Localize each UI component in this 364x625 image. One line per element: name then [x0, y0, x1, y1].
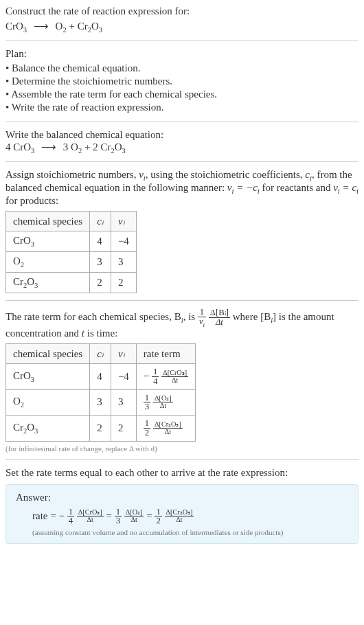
answer-box: Answer: rate = − 14 Δ[CrO₃]Δt = 13 Δ[O₂]… — [5, 484, 359, 545]
final-section: Set the rate terms equal to each other t… — [5, 467, 359, 552]
cell-species: O2 — [6, 252, 90, 273]
table-row: O2 3 3 — [6, 252, 137, 273]
unbalanced-equation: CrO3 ⟶ O2 + Cr2O3 — [5, 20, 359, 34]
stoich-section: Assign stoichiometric numbers, νi, using… — [5, 169, 359, 301]
col-nui: νᵢ — [111, 212, 136, 231]
cell-nui: 2 — [111, 416, 136, 442]
table-row: Cr2O3 2 2 12 Δ[Cr₂O₃]Δt — [6, 416, 196, 442]
cell-species: CrO3 — [6, 364, 90, 390]
table-row: CrO3 4 −4 — [6, 231, 137, 252]
cell-ci: 2 — [90, 273, 111, 293]
cell-ci: 4 — [90, 231, 111, 252]
col-rate-term: rate term — [136, 344, 195, 364]
cell-species: O2 — [6, 389, 90, 416]
plus: + — [69, 21, 77, 32]
reaction-arrow-icon: ⟶ — [34, 20, 49, 32]
balanced-title: Write the balanced chemical equation: — [5, 129, 359, 141]
table-header-row: chemical species cᵢ νᵢ rate term — [6, 344, 196, 364]
cell-species: Cr2O3 — [6, 273, 90, 293]
fraction: 1 νi — [198, 308, 206, 328]
cell-rate-term: 13 Δ[O₂]Δt — [136, 389, 195, 416]
rate-expression: rate = − 14 Δ[CrO₃]Δt = 13 Δ[O₂]Δt = 12 … — [32, 508, 348, 526]
cell-nui: 3 — [111, 389, 136, 416]
table-header-row: chemical species cᵢ νᵢ — [6, 212, 137, 231]
plan-item: Balance the chemical equation. — [5, 62, 359, 74]
cell-nui: 3 — [111, 252, 136, 273]
term: 2 Cr2O3 — [93, 141, 126, 152]
delta-note: (for infinitesimal rate of change, repla… — [5, 444, 359, 453]
rate-term-section: The rate term for each chemical species,… — [5, 308, 359, 460]
col-nui: νᵢ — [111, 344, 136, 364]
cell-ci: 2 — [90, 416, 111, 442]
fraction: Δ[Bᵢ] Δt — [209, 308, 230, 327]
term: 4 CrO3 — [5, 141, 34, 152]
table-row: O2 3 3 13 Δ[O₂]Δt — [6, 389, 196, 416]
cell-rate-term: 12 Δ[Cr₂O₃]Δt — [136, 416, 195, 442]
table-row: Cr2O3 2 2 — [6, 273, 137, 293]
cell-nui: 2 — [111, 273, 136, 293]
prompt-section: Construct the rate of reaction expressio… — [5, 5, 359, 41]
plan-list: Balance the chemical equation. Determine… — [5, 62, 359, 113]
stoich-intro: Assign stoichiometric numbers, νi, using… — [5, 169, 359, 207]
answer-label: Answer: — [16, 492, 348, 503]
balanced-equation: 4 CrO3 ⟶ 3 O2 + 2 Cr2O3 — [5, 141, 359, 155]
rate-term-intro: The rate term for each chemical species,… — [5, 308, 359, 339]
col-species: chemical species — [6, 212, 90, 231]
cell-ci: 3 — [90, 389, 111, 416]
species-o2: O2 — [56, 21, 67, 32]
rate-term-table: chemical species cᵢ νᵢ rate term CrO3 4 … — [5, 343, 196, 442]
plus: + — [84, 141, 93, 152]
prompt-title: Construct the rate of reaction expressio… — [5, 5, 359, 17]
cell-species: CrO3 — [6, 231, 90, 252]
reaction-arrow-icon: ⟶ — [41, 141, 56, 153]
balanced-section: Write the balanced chemical equation: 4 … — [5, 129, 359, 162]
plan-item: Determine the stoichiometric numbers. — [5, 76, 359, 87]
term: 3 O2 — [63, 141, 82, 152]
plan-item: Write the rate of reaction expression. — [5, 102, 359, 113]
col-species: chemical species — [6, 344, 90, 364]
table-row: CrO3 4 −4 − 14 Δ[CrO₃]Δt — [6, 364, 196, 390]
cell-rate-term: − 14 Δ[CrO₃]Δt — [136, 364, 195, 390]
col-ci: cᵢ — [90, 344, 111, 364]
plan-item: Assemble the rate term for each chemical… — [5, 89, 359, 100]
cell-species: Cr2O3 — [6, 416, 90, 442]
cell-nui: −4 — [111, 231, 136, 252]
cell-ci: 3 — [90, 252, 111, 273]
col-ci: cᵢ — [90, 212, 111, 231]
plan-title: Plan: — [5, 48, 359, 60]
species-cro3: CrO3 — [5, 21, 27, 32]
species-cr2o3: Cr2O3 — [78, 21, 102, 32]
cell-nui: −4 — [111, 364, 136, 390]
final-title: Set the rate terms equal to each other t… — [5, 467, 359, 479]
stoich-table: chemical species cᵢ νᵢ CrO3 4 −4 O2 3 3 … — [5, 211, 137, 293]
cell-ci: 4 — [90, 364, 111, 390]
answer-note: (assuming constant volume and no accumul… — [32, 528, 348, 536]
plan-section: Plan: Balance the chemical equation. Det… — [5, 48, 359, 122]
